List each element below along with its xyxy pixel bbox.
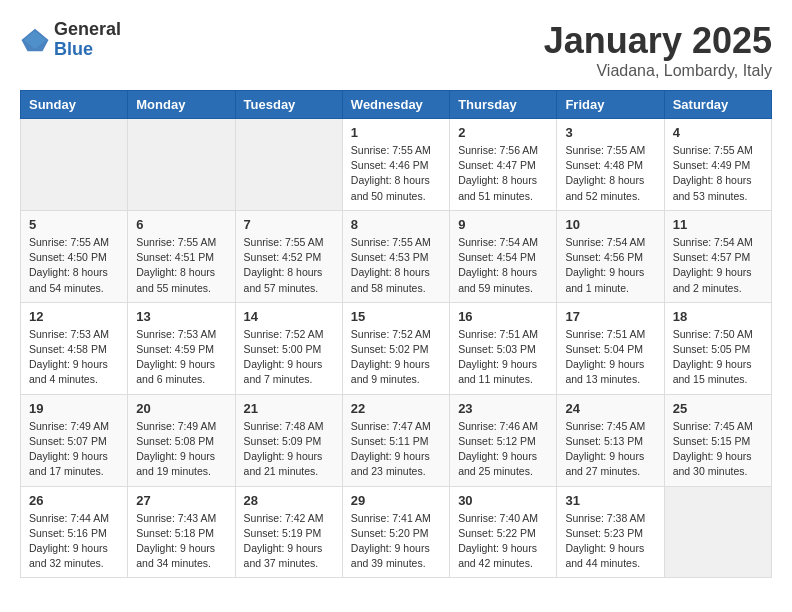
day-info: Sunrise: 7:43 AM Sunset: 5:18 PM Dayligh…	[136, 511, 226, 572]
calendar-cell: 28Sunrise: 7:42 AM Sunset: 5:19 PM Dayli…	[235, 486, 342, 578]
calendar-cell: 20Sunrise: 7:49 AM Sunset: 5:08 PM Dayli…	[128, 394, 235, 486]
day-number: 18	[673, 309, 763, 324]
day-info: Sunrise: 7:55 AM Sunset: 4:49 PM Dayligh…	[673, 143, 763, 204]
day-info: Sunrise: 7:47 AM Sunset: 5:11 PM Dayligh…	[351, 419, 441, 480]
logo-text: General Blue	[54, 20, 121, 60]
logo-blue-text: Blue	[54, 40, 121, 60]
calendar-cell: 18Sunrise: 7:50 AM Sunset: 5:05 PM Dayli…	[664, 302, 771, 394]
day-number: 31	[565, 493, 655, 508]
day-number: 12	[29, 309, 119, 324]
day-info: Sunrise: 7:40 AM Sunset: 5:22 PM Dayligh…	[458, 511, 548, 572]
calendar-cell: 1Sunrise: 7:55 AM Sunset: 4:46 PM Daylig…	[342, 119, 449, 211]
calendar-cell: 14Sunrise: 7:52 AM Sunset: 5:00 PM Dayli…	[235, 302, 342, 394]
day-number: 9	[458, 217, 548, 232]
page-header: General Blue January 2025 Viadana, Lomba…	[20, 20, 772, 80]
day-info: Sunrise: 7:48 AM Sunset: 5:09 PM Dayligh…	[244, 419, 334, 480]
day-number: 20	[136, 401, 226, 416]
day-number: 17	[565, 309, 655, 324]
calendar-cell: 21Sunrise: 7:48 AM Sunset: 5:09 PM Dayli…	[235, 394, 342, 486]
day-info: Sunrise: 7:54 AM Sunset: 4:54 PM Dayligh…	[458, 235, 548, 296]
day-info: Sunrise: 7:50 AM Sunset: 5:05 PM Dayligh…	[673, 327, 763, 388]
day-number: 3	[565, 125, 655, 140]
day-info: Sunrise: 7:44 AM Sunset: 5:16 PM Dayligh…	[29, 511, 119, 572]
day-number: 14	[244, 309, 334, 324]
day-number: 19	[29, 401, 119, 416]
day-number: 2	[458, 125, 548, 140]
day-info: Sunrise: 7:41 AM Sunset: 5:20 PM Dayligh…	[351, 511, 441, 572]
calendar-cell: 25Sunrise: 7:45 AM Sunset: 5:15 PM Dayli…	[664, 394, 771, 486]
weekday-header: Thursday	[450, 91, 557, 119]
title-area: January 2025 Viadana, Lombardy, Italy	[544, 20, 772, 80]
calendar-cell: 17Sunrise: 7:51 AM Sunset: 5:04 PM Dayli…	[557, 302, 664, 394]
calendar-cell: 30Sunrise: 7:40 AM Sunset: 5:22 PM Dayli…	[450, 486, 557, 578]
day-number: 29	[351, 493, 441, 508]
day-info: Sunrise: 7:54 AM Sunset: 4:56 PM Dayligh…	[565, 235, 655, 296]
day-number: 23	[458, 401, 548, 416]
calendar-cell: 13Sunrise: 7:53 AM Sunset: 4:59 PM Dayli…	[128, 302, 235, 394]
calendar-cell: 3Sunrise: 7:55 AM Sunset: 4:48 PM Daylig…	[557, 119, 664, 211]
day-number: 26	[29, 493, 119, 508]
day-info: Sunrise: 7:52 AM Sunset: 5:00 PM Dayligh…	[244, 327, 334, 388]
logo-general-text: General	[54, 20, 121, 40]
weekday-header: Wednesday	[342, 91, 449, 119]
calendar-cell: 27Sunrise: 7:43 AM Sunset: 5:18 PM Dayli…	[128, 486, 235, 578]
day-number: 25	[673, 401, 763, 416]
calendar-cell: 5Sunrise: 7:55 AM Sunset: 4:50 PM Daylig…	[21, 210, 128, 302]
calendar-cell: 8Sunrise: 7:55 AM Sunset: 4:53 PM Daylig…	[342, 210, 449, 302]
calendar-cell	[128, 119, 235, 211]
day-number: 30	[458, 493, 548, 508]
day-info: Sunrise: 7:55 AM Sunset: 4:51 PM Dayligh…	[136, 235, 226, 296]
day-number: 28	[244, 493, 334, 508]
calendar-cell: 2Sunrise: 7:56 AM Sunset: 4:47 PM Daylig…	[450, 119, 557, 211]
weekday-header: Monday	[128, 91, 235, 119]
calendar-title: January 2025	[544, 20, 772, 62]
calendar-cell: 22Sunrise: 7:47 AM Sunset: 5:11 PM Dayli…	[342, 394, 449, 486]
day-info: Sunrise: 7:52 AM Sunset: 5:02 PM Dayligh…	[351, 327, 441, 388]
calendar-cell: 29Sunrise: 7:41 AM Sunset: 5:20 PM Dayli…	[342, 486, 449, 578]
calendar-cell	[21, 119, 128, 211]
day-number: 6	[136, 217, 226, 232]
logo: General Blue	[20, 20, 121, 60]
calendar-cell: 4Sunrise: 7:55 AM Sunset: 4:49 PM Daylig…	[664, 119, 771, 211]
day-number: 8	[351, 217, 441, 232]
day-number: 16	[458, 309, 548, 324]
day-info: Sunrise: 7:42 AM Sunset: 5:19 PM Dayligh…	[244, 511, 334, 572]
day-number: 7	[244, 217, 334, 232]
calendar-cell: 24Sunrise: 7:45 AM Sunset: 5:13 PM Dayli…	[557, 394, 664, 486]
calendar-cell: 11Sunrise: 7:54 AM Sunset: 4:57 PM Dayli…	[664, 210, 771, 302]
calendar-week-row: 12Sunrise: 7:53 AM Sunset: 4:58 PM Dayli…	[21, 302, 772, 394]
calendar-cell: 10Sunrise: 7:54 AM Sunset: 4:56 PM Dayli…	[557, 210, 664, 302]
calendar-cell	[235, 119, 342, 211]
calendar-cell	[664, 486, 771, 578]
day-info: Sunrise: 7:38 AM Sunset: 5:23 PM Dayligh…	[565, 511, 655, 572]
day-info: Sunrise: 7:55 AM Sunset: 4:53 PM Dayligh…	[351, 235, 441, 296]
day-info: Sunrise: 7:45 AM Sunset: 5:15 PM Dayligh…	[673, 419, 763, 480]
day-info: Sunrise: 7:55 AM Sunset: 4:52 PM Dayligh…	[244, 235, 334, 296]
day-info: Sunrise: 7:45 AM Sunset: 5:13 PM Dayligh…	[565, 419, 655, 480]
day-info: Sunrise: 7:46 AM Sunset: 5:12 PM Dayligh…	[458, 419, 548, 480]
day-number: 5	[29, 217, 119, 232]
weekday-header: Saturday	[664, 91, 771, 119]
calendar-cell: 23Sunrise: 7:46 AM Sunset: 5:12 PM Dayli…	[450, 394, 557, 486]
logo-icon	[20, 25, 50, 55]
weekday-header: Tuesday	[235, 91, 342, 119]
day-info: Sunrise: 7:55 AM Sunset: 4:46 PM Dayligh…	[351, 143, 441, 204]
day-info: Sunrise: 7:54 AM Sunset: 4:57 PM Dayligh…	[673, 235, 763, 296]
calendar-table: SundayMondayTuesdayWednesdayThursdayFrid…	[20, 90, 772, 578]
calendar-week-row: 5Sunrise: 7:55 AM Sunset: 4:50 PM Daylig…	[21, 210, 772, 302]
day-info: Sunrise: 7:55 AM Sunset: 4:48 PM Dayligh…	[565, 143, 655, 204]
calendar-cell: 16Sunrise: 7:51 AM Sunset: 5:03 PM Dayli…	[450, 302, 557, 394]
day-number: 21	[244, 401, 334, 416]
day-number: 24	[565, 401, 655, 416]
day-info: Sunrise: 7:55 AM Sunset: 4:50 PM Dayligh…	[29, 235, 119, 296]
day-number: 22	[351, 401, 441, 416]
day-number: 27	[136, 493, 226, 508]
weekday-header: Friday	[557, 91, 664, 119]
calendar-week-row: 26Sunrise: 7:44 AM Sunset: 5:16 PM Dayli…	[21, 486, 772, 578]
calendar-cell: 6Sunrise: 7:55 AM Sunset: 4:51 PM Daylig…	[128, 210, 235, 302]
calendar-cell: 7Sunrise: 7:55 AM Sunset: 4:52 PM Daylig…	[235, 210, 342, 302]
calendar-cell: 26Sunrise: 7:44 AM Sunset: 5:16 PM Dayli…	[21, 486, 128, 578]
day-info: Sunrise: 7:53 AM Sunset: 4:59 PM Dayligh…	[136, 327, 226, 388]
day-number: 1	[351, 125, 441, 140]
day-number: 4	[673, 125, 763, 140]
